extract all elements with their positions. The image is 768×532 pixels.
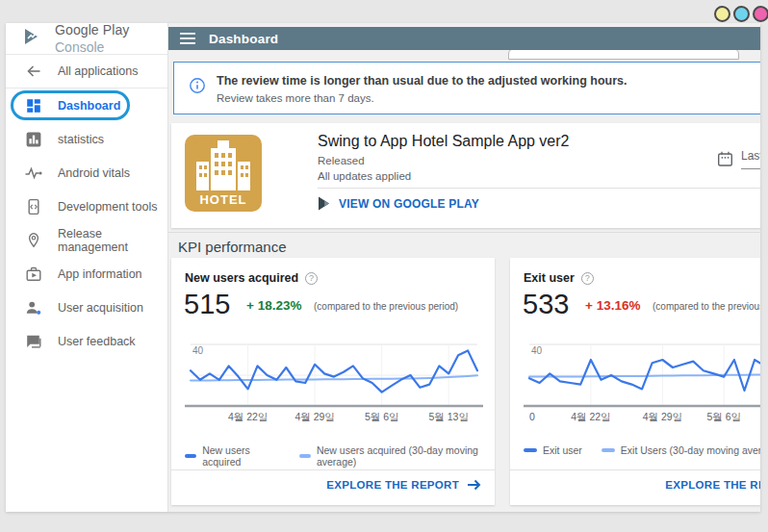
google-play-triangle-icon: [318, 196, 330, 211]
sidebar-item-development-tools[interactable]: Development tools: [6, 190, 167, 223]
new-users-line-chart[interactable]: 404월 22일4월 29일5월 6일5월 13일: [183, 333, 483, 441]
sidebar-item-app-information[interactable]: App information: [6, 257, 167, 291]
view-on-google-play-link[interactable]: VIEW ON GOOGLE PLAY: [318, 196, 479, 211]
legend-label: Exit user: [543, 444, 582, 456]
sidebar-item-label: User acquisition: [58, 301, 143, 315]
metric-delta: + 18.23%: [246, 298, 301, 313]
app-info-icon: [25, 266, 42, 283]
sidebar-item-label: All applications: [58, 64, 138, 78]
explore-report-link[interactable]: EXPLORE THE REPORT: [326, 479, 481, 491]
sidebar-item-label: Android vitals: [58, 166, 130, 180]
alert-detail: Review takes more than 7 days.: [217, 92, 374, 104]
google-play-console-logo[interactable]: Google Play Console: [6, 23, 167, 55]
release-pin-icon: [25, 232, 42, 249]
metric-name: Exit user: [524, 271, 575, 285]
app-title: Swing to App Hotel Sample App ver2: [318, 133, 570, 150]
sidebar-item-label: Development tools: [58, 200, 158, 214]
svg-text:4월 29일: 4월 29일: [643, 411, 682, 422]
app-release-status: Released: [318, 155, 365, 166]
date-range-select[interactable]: Last 3: [717, 149, 760, 169]
sidebar-item-user-acquisition[interactable]: User acquisition: [6, 291, 167, 324]
page-title: Dashboard: [209, 32, 278, 46]
sidebar-item-label: App information: [58, 267, 142, 281]
chart-legend: Exit user Exit Users (30-day moving aver…: [524, 444, 760, 456]
svg-text:5월 6일: 5월 6일: [365, 411, 399, 422]
sidebar-item-user-feedback[interactable]: User feedback: [6, 324, 167, 358]
explore-report-label: EXPLORE THE REPORT: [665, 479, 760, 491]
card-divider: [510, 469, 760, 470]
svg-text:5월 13일: 5월 13일: [428, 411, 468, 422]
legend-dash-avg: [602, 448, 615, 452]
chart-legend: New users acquired New users acquired (3…: [185, 444, 495, 468]
alert-title: The review time is longer than usual due…: [217, 74, 627, 88]
kpi-card-new-users: New users acquired ? 515 + 18.23% (compa…: [171, 258, 495, 505]
sidebar-item-label: Release management: [58, 227, 167, 254]
window-dot-cyan-icon: [733, 6, 750, 22]
card-divider: [171, 469, 495, 470]
legend-dash-main: [185, 454, 196, 458]
metric-delta: + 13.16%: [585, 298, 640, 313]
play-console-logo-icon: [23, 27, 46, 50]
main-area: Dashboard The review time is longer than…: [168, 23, 760, 512]
metric-delta-note: (compared to the previous period): [653, 301, 760, 312]
window-dot-pink-icon: [753, 6, 768, 22]
play-console-window: Google Play Console All applications: [6, 23, 760, 512]
back-arrow-icon: [25, 63, 42, 80]
sidebar-item-label: statistics: [58, 133, 104, 146]
screen: Google Play Console All applications: [0, 0, 768, 532]
app-update-status: All updates applied: [318, 170, 411, 182]
user-acquisition-icon: [25, 299, 42, 317]
store-link-label: VIEW ON GOOGLE PLAY: [339, 197, 479, 211]
date-range-value: Last 3: [741, 149, 760, 169]
window-dot-yellow-icon: [714, 6, 730, 22]
calendar-icon: [717, 151, 733, 167]
sidebar-item-android-vitals[interactable]: Android vitals: [6, 156, 167, 190]
svg-text:5월 6일: 5월 6일: [706, 411, 741, 422]
sidebar-item-all-applications[interactable]: All applications: [6, 55, 167, 89]
exit-user-line-chart[interactable]: 4004월 22일4월 29일5월 6일: [522, 333, 760, 441]
svg-text:40: 40: [192, 345, 204, 356]
sidebar-item-release-management[interactable]: Release management: [6, 223, 167, 257]
sidebar-item-label: User feedback: [58, 335, 136, 348]
svg-text:4월 22일: 4월 22일: [228, 411, 268, 422]
sidebar-item-statistics[interactable]: statistics: [6, 122, 167, 156]
explore-report-label: EXPLORE THE REPORT: [326, 479, 459, 491]
hotel-icon-text: HOTEL: [199, 192, 246, 207]
legend-dash-main: [524, 448, 537, 452]
app-card-divider: [318, 188, 760, 189]
titlebar: [0, 0, 768, 23]
bar-chart-icon: [25, 131, 42, 148]
legend-label: New users acquired (30-day moving averag…: [317, 444, 495, 468]
kpi-card-exit-user: Exit user ? 533 + 13.16% (compared to th…: [510, 258, 760, 505]
user-feedback-icon: [25, 333, 42, 350]
legend-dash-avg: [299, 454, 311, 458]
arrow-right-icon: [467, 479, 481, 491]
app-icon-hotel: HOTEL: [185, 135, 262, 212]
info-icon: [189, 77, 206, 94]
logo-suffix-text: Console: [55, 39, 104, 55]
dashboard-icon: [25, 97, 42, 114]
vitals-pulse-icon: [25, 165, 42, 182]
kpi-section-divider: [168, 232, 760, 233]
hamburger-menu-icon[interactable]: [180, 33, 195, 44]
svg-text:4월 22일: 4월 22일: [571, 411, 610, 422]
sidebar-item-label: Dashboard: [58, 99, 120, 113]
app-summary-card: HOTEL Swing to App Hotel Sample App ver2…: [171, 123, 760, 228]
svg-text:40: 40: [531, 345, 543, 356]
logo-brand-text: Google Play: [55, 23, 129, 38]
dev-tools-icon: [25, 198, 42, 215]
help-icon[interactable]: ?: [305, 272, 318, 285]
sidebar-item-dashboard[interactable]: Dashboard: [6, 89, 167, 122]
metric-name: New users acquired: [185, 271, 298, 285]
sidebar: Google Play Console All applications: [6, 23, 168, 512]
review-time-alert: The review time is longer than usual due…: [173, 62, 760, 114]
explore-report-link[interactable]: EXPLORE THE REPORT: [665, 479, 760, 491]
legend-label: New users acquired: [202, 444, 280, 468]
svg-text:0: 0: [529, 411, 535, 422]
kpi-heading: KPI performance: [178, 239, 287, 255]
svg-text:4월 29일: 4월 29일: [294, 411, 334, 422]
legend-label: Exit Users (30-day moving average): [621, 444, 760, 456]
metric-value: 515: [184, 289, 230, 320]
metric-value: 533: [523, 289, 569, 320]
help-icon[interactable]: ?: [581, 272, 594, 285]
